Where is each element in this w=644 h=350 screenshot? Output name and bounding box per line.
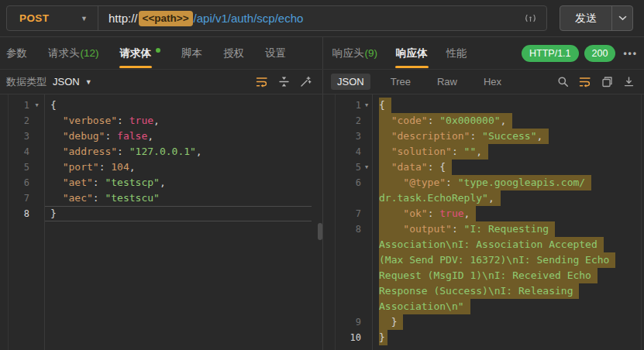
datatype-select[interactable]: JSON ▼ bbox=[53, 76, 92, 88]
tab-request-auth[interactable]: 授权 bbox=[223, 37, 244, 69]
fold-spacer bbox=[361, 314, 372, 330]
fold-spacer bbox=[29, 113, 44, 129]
response-view-switch: JSONTreeRawHex bbox=[331, 74, 508, 90]
tab-request-scripts[interactable]: 脚本 bbox=[181, 37, 202, 69]
fold-spacer bbox=[361, 268, 372, 283]
download-icon[interactable] bbox=[623, 76, 635, 88]
fold-spacer bbox=[361, 190, 372, 206]
tab-request-body[interactable]: 请求体 bbox=[120, 37, 161, 69]
code-line[interactable]: (Max Send PDV: 16372)\nI: Sending Echo bbox=[323, 252, 644, 268]
method-select[interactable]: POST ▼ bbox=[7, 6, 98, 30]
fold-spacer bbox=[361, 252, 372, 268]
code-line[interactable]: dr.task.EchoReply", bbox=[323, 190, 644, 206]
code-line[interactable]: 8} bbox=[0, 206, 312, 221]
fold-spacer bbox=[361, 175, 372, 190]
magic-wand-icon[interactable] bbox=[300, 76, 312, 88]
fold-toggle-icon[interactable]: ▼ bbox=[361, 160, 372, 175]
fold-toggle-icon[interactable]: ▼ bbox=[29, 98, 44, 113]
network-signal-icon[interactable] bbox=[524, 12, 537, 24]
collapse-icon[interactable] bbox=[278, 76, 290, 88]
tab-request-settings[interactable]: 设置 bbox=[265, 37, 286, 69]
code-line[interactable]: 7 "aec": "testscu" bbox=[0, 190, 312, 206]
code-line[interactable]: 1▼{ bbox=[0, 98, 312, 113]
tab-response-headers-label: 响应头 bbox=[332, 46, 364, 60]
code-text: Association\nI: Association Accepted bbox=[372, 237, 644, 252]
tab-response-headers[interactable]: 响应头(9) bbox=[332, 37, 377, 69]
code-line[interactable]: 3 "debug": false, bbox=[0, 129, 312, 144]
divider bbox=[641, 94, 642, 350]
code-line[interactable]: Association\nI: Association Accepted bbox=[323, 237, 644, 252]
code-line[interactable]: 5 "port": 104, bbox=[0, 160, 312, 175]
tab-request-params[interactable]: 参数 bbox=[6, 37, 27, 69]
selection-highlight: Response (Success)\nI: Releasing bbox=[379, 283, 579, 299]
method-label: POST bbox=[19, 12, 49, 24]
tab-request-params-label: 参数 bbox=[6, 46, 27, 60]
view-tree[interactable]: Tree bbox=[384, 74, 417, 90]
code-line[interactable]: 3 "description": "Success", bbox=[323, 129, 644, 144]
code-line[interactable]: 2 "code": "0x000000", bbox=[323, 113, 644, 129]
response-body-editor[interactable]: 1▼{2 "code": "0x000000",3 "description":… bbox=[323, 94, 644, 350]
line-number: 3 bbox=[0, 129, 29, 144]
code-text: } bbox=[372, 314, 644, 330]
code-text: Association\n" bbox=[372, 299, 644, 314]
selection-highlight: Request (MsgID 1)\nI: Received Echo bbox=[379, 268, 598, 283]
selection-highlight: "solution": "", bbox=[379, 144, 488, 160]
tab-response-body-label: 响应体 bbox=[396, 46, 428, 60]
send-button[interactable]: 发送 bbox=[560, 5, 633, 31]
fold-spacer bbox=[361, 113, 372, 129]
path-variable-chip[interactable]: <<path>> bbox=[139, 11, 193, 26]
request-bar: POST ▼ http:// <<path>> /api/v1/auth/scp… bbox=[0, 0, 644, 37]
response-tabs: 响应头(9)响应体性能 bbox=[332, 37, 467, 69]
code-text: "data": { bbox=[372, 160, 644, 175]
code-line[interactable]: 6 "@type": "type.googleapis.com/ bbox=[323, 175, 644, 190]
tab-response-body[interactable]: 响应体 bbox=[396, 37, 428, 69]
code-text: Request (MsgID 1)\nI: Received Echo bbox=[372, 268, 644, 283]
code-line[interactable]: 7 "ok": true, bbox=[323, 206, 644, 221]
view-json[interactable]: JSON bbox=[331, 74, 370, 90]
view-hex[interactable]: Hex bbox=[477, 74, 508, 90]
chevron-down-icon: ▼ bbox=[85, 78, 92, 86]
code-line[interactable]: 1▼{ bbox=[323, 98, 644, 113]
word-wrap-icon[interactable] bbox=[256, 76, 268, 88]
api-client-window: POST ▼ http:// <<path>> /api/v1/auth/scp… bbox=[0, 0, 644, 350]
request-body-editor[interactable]: 1▼{2 "verbose": true,3 "debug": false,4 … bbox=[0, 94, 322, 350]
code-line[interactable]: Request (MsgID 1)\nI: Received Echo bbox=[323, 268, 644, 283]
chevron-down-icon[interactable] bbox=[612, 15, 632, 21]
more-menu-button[interactable]: ••• bbox=[623, 48, 638, 59]
code-line[interactable]: 8 "output": "I: Requesting bbox=[323, 221, 644, 237]
code-line[interactable]: 5▼ "data": { bbox=[323, 160, 644, 175]
code-line[interactable]: 4 "address": "127.0.0.1", bbox=[0, 144, 312, 160]
code-line[interactable]: 4 "solution": "", bbox=[323, 144, 644, 160]
tab-request-headers-label: 请求头 bbox=[48, 46, 80, 60]
tab-response-performance[interactable]: 性能 bbox=[446, 37, 467, 69]
scrollbar-thumb[interactable] bbox=[318, 223, 322, 240]
tab-request-headers[interactable]: 请求头(12) bbox=[48, 37, 99, 69]
code-line[interactable]: 6 "aet": "testscp", bbox=[0, 175, 312, 190]
fold-spacer bbox=[361, 221, 372, 237]
code-line[interactable]: Response (Success)\nI: Releasing bbox=[323, 283, 644, 299]
code-text: "output": "I: Requesting bbox=[372, 221, 644, 237]
code-line[interactable]: 2 "verbose": true, bbox=[0, 113, 312, 129]
code-line[interactable]: 9 } bbox=[323, 314, 644, 330]
word-wrap-icon[interactable] bbox=[579, 76, 591, 88]
line-number bbox=[323, 283, 361, 299]
unsaved-dot bbox=[156, 48, 160, 53]
request-tabs: 参数请求头(12)请求体脚本授权设置 bbox=[6, 37, 286, 69]
copy-icon[interactable] bbox=[601, 76, 613, 88]
code-text: "address": "127.0.0.1", bbox=[44, 144, 312, 160]
code-text: "ok": true, bbox=[372, 206, 644, 221]
code-line[interactable]: Association\n" bbox=[323, 299, 644, 314]
view-raw[interactable]: Raw bbox=[431, 74, 463, 90]
url-input[interactable]: http:// <<path>> /api/v1/auth/scp/echo bbox=[98, 11, 521, 26]
code-text: } bbox=[44, 206, 312, 221]
search-icon[interactable] bbox=[557, 76, 569, 88]
url-path: /api/v1/auth/scp/echo bbox=[194, 12, 304, 25]
line-number: 4 bbox=[0, 144, 29, 160]
fold-toggle-icon[interactable]: ▼ bbox=[361, 98, 372, 113]
selection-highlight: "description": "Success", bbox=[379, 129, 549, 144]
line-number: 7 bbox=[323, 206, 361, 221]
datatype-value: JSON bbox=[53, 76, 80, 88]
selection-highlight: } bbox=[379, 314, 403, 330]
fold-spacer bbox=[361, 299, 372, 314]
code-line[interactable]: 10} bbox=[323, 330, 644, 345]
